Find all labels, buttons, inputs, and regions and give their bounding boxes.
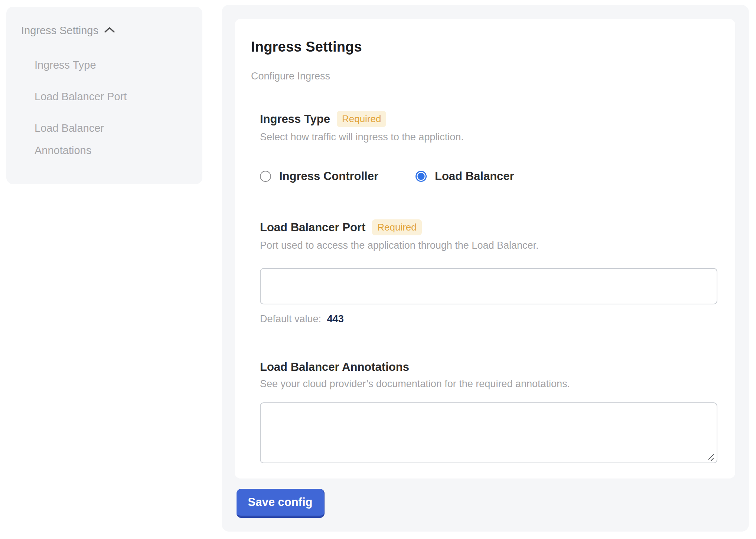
load-balancer-annotations-textarea[interactable] [260, 402, 717, 463]
section-description: Select how traffic will ingress to the a… [260, 131, 717, 143]
sidebar-header-ingress-settings[interactable]: Ingress Settings [21, 24, 191, 37]
page-subtitle: Configure Ingress [251, 71, 717, 82]
annotations-textarea-wrap [260, 402, 717, 463]
radio-load-balancer[interactable]: Load Balancer [416, 170, 514, 183]
section-heading: Load Balancer Port [260, 221, 365, 234]
default-value-label: Default value: [260, 313, 321, 324]
radio-label: Load Balancer [435, 170, 514, 183]
required-badge: Required [372, 219, 422, 235]
sidebar-item-load-balancer-port[interactable]: Load Balancer Port [35, 85, 161, 108]
settings-panel: Ingress Settings Configure Ingress Ingre… [222, 5, 749, 532]
section-heading: Ingress Type [260, 112, 330, 126]
sidebar-item-ingress-type[interactable]: Ingress Type [35, 54, 161, 76]
page: Ingress Settings Ingress Type Load Balan… [0, 0, 756, 539]
section-description: See your cloud provider’s documentation … [260, 378, 717, 390]
radio-unselected-icon [260, 171, 271, 182]
ingress-type-radio-group: Ingress Controller Load Balancer [260, 170, 717, 183]
load-balancer-port-input[interactable] [260, 268, 717, 304]
radio-selected-icon [416, 171, 427, 182]
sidebar-item-list: Ingress Type Load Balancer Port Load Bal… [21, 54, 191, 161]
required-badge: Required [337, 111, 387, 127]
chevron-up-icon [104, 24, 115, 37]
radio-ingress-controller[interactable]: Ingress Controller [260, 170, 378, 183]
ingress-settings-card: Ingress Settings Configure Ingress Ingre… [235, 19, 735, 478]
section-load-balancer-annotations: Load Balancer Annotations See your cloud… [260, 360, 717, 463]
settings-sidebar: Ingress Settings Ingress Type Load Balan… [6, 7, 202, 184]
save-config-button[interactable]: Save config [237, 489, 325, 518]
page-title: Ingress Settings [251, 39, 717, 55]
resize-handle-icon[interactable] [707, 453, 715, 461]
section-ingress-type: Ingress Type Required Select how traffic… [260, 111, 717, 183]
default-value: 443 [327, 313, 344, 324]
section-load-balancer-port: Load Balancer Port Required Port used to… [260, 219, 717, 325]
sidebar-header-label: Ingress Settings [21, 24, 98, 37]
radio-label: Ingress Controller [279, 170, 378, 183]
section-description: Port used to access the application thro… [260, 240, 717, 251]
sidebar-item-load-balancer-annotations[interactable]: Load Balancer Annotations [35, 117, 161, 161]
section-heading: Load Balancer Annotations [260, 360, 409, 374]
default-value-line: Default value: 443 [260, 313, 717, 325]
